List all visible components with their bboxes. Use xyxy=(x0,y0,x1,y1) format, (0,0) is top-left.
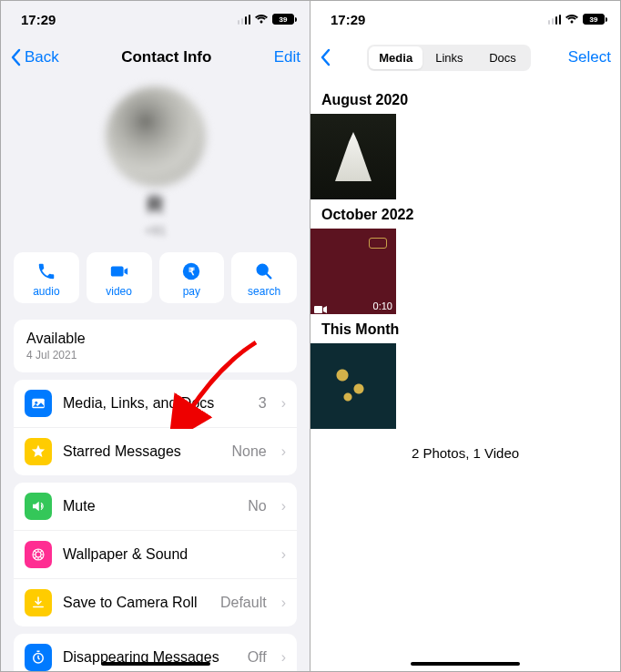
nav-bar: Back Contact Info Edit xyxy=(1,37,310,77)
media-thumbnail[interactable] xyxy=(310,114,396,199)
contact-phone: +91 xyxy=(145,223,167,238)
home-indicator xyxy=(101,662,210,666)
svg-point-6 xyxy=(36,552,41,557)
wallpaper-row[interactable]: Wallpaper & Sound › xyxy=(14,530,297,578)
audio-label: audio xyxy=(33,285,59,298)
edit-label: Edit xyxy=(274,48,300,66)
chevron-right-icon: › xyxy=(281,498,286,514)
search-button[interactable]: search xyxy=(231,252,297,303)
video-call-button[interactable]: video xyxy=(87,252,152,303)
status-indicators: 39 xyxy=(238,14,298,25)
tab-links[interactable]: Links xyxy=(422,46,476,69)
contact-name: R xyxy=(148,192,163,218)
status-text: Available xyxy=(26,331,284,347)
wallpaper-icon xyxy=(25,541,52,568)
pay-button[interactable]: ₹ pay xyxy=(159,252,225,303)
nav-bar: Media Links Docs Select xyxy=(310,37,620,77)
star-icon xyxy=(25,438,52,465)
tab-docs[interactable]: Docs xyxy=(476,46,530,69)
search-label: search xyxy=(248,285,280,298)
status-bar: 17:29 39 xyxy=(310,1,620,37)
save-value: Default xyxy=(220,595,267,611)
segmented-control: Media Links Docs xyxy=(367,45,531,71)
chevron-left-icon xyxy=(10,48,21,66)
save-to-camera-roll-row[interactable]: Save to Camera Roll Default › xyxy=(14,578,297,626)
media-thumbnail[interactable] xyxy=(310,343,396,429)
status-date: 4 Jul 2021 xyxy=(26,349,284,361)
media-thumbnail-video[interactable]: 0:10 xyxy=(310,229,396,314)
svg-rect-9 xyxy=(314,306,322,313)
avatar[interactable] xyxy=(106,87,206,187)
svg-point-4 xyxy=(35,402,37,404)
tab-media[interactable]: Media xyxy=(369,46,422,69)
chevron-right-icon: › xyxy=(281,395,286,412)
photos-icon xyxy=(25,390,52,417)
video-indicator-icon xyxy=(314,301,327,311)
phone-icon xyxy=(35,260,58,283)
wifi-icon xyxy=(565,14,579,25)
video-icon xyxy=(107,260,131,283)
back-button[interactable]: Back xyxy=(10,48,59,66)
pay-label: pay xyxy=(183,285,200,298)
status-indicators: 39 xyxy=(548,14,608,25)
chevron-right-icon: › xyxy=(281,546,286,563)
page-title: Contact Info xyxy=(121,48,211,66)
section-title: October 2022 xyxy=(310,199,620,229)
timer-icon xyxy=(25,644,52,671)
audio-call-button[interactable]: audio xyxy=(14,252,79,303)
back-label: Back xyxy=(25,48,59,66)
chevron-right-icon: › xyxy=(281,443,286,460)
download-icon xyxy=(25,589,52,616)
chevron-left-icon xyxy=(320,48,331,66)
starred-label: Starred Messages xyxy=(63,443,220,460)
media-label: Media, Links, and Docs xyxy=(63,395,248,412)
select-button[interactable]: Select xyxy=(568,48,611,66)
back-button[interactable] xyxy=(320,48,331,66)
status-time: 17:29 xyxy=(331,12,365,27)
chevron-right-icon: › xyxy=(281,649,286,666)
section-title: August 2020 xyxy=(310,85,620,114)
wifi-icon xyxy=(254,14,269,25)
video-label: video xyxy=(106,285,132,298)
search-icon xyxy=(252,260,276,283)
wallpaper-label: Wallpaper & Sound xyxy=(63,546,270,563)
battery-icon: 39 xyxy=(272,14,297,25)
battery-icon: 39 xyxy=(583,14,607,25)
starred-value: None xyxy=(231,443,266,460)
media-links-docs-row[interactable]: Media, Links, and Docs 3 › xyxy=(14,380,297,427)
status-time: 17:29 xyxy=(21,12,56,27)
speaker-icon xyxy=(25,493,52,520)
media-summary: 2 Photos, 1 Video xyxy=(310,429,620,477)
signal-icon xyxy=(238,15,251,25)
status-bar: 17:29 39 xyxy=(1,1,310,37)
mute-value: No xyxy=(248,498,266,514)
section-title: This Month xyxy=(310,314,620,343)
rupee-icon: ₹ xyxy=(179,260,203,283)
disappearing-value: Off xyxy=(248,649,267,666)
select-label: Select xyxy=(568,48,611,66)
media-count: 3 xyxy=(259,395,267,412)
starred-messages-row[interactable]: Starred Messages None › xyxy=(14,427,297,475)
video-duration: 0:10 xyxy=(373,300,392,311)
status-row[interactable]: Available 4 Jul 2021 xyxy=(14,320,297,372)
signal-icon xyxy=(548,15,562,25)
home-indicator xyxy=(411,662,520,666)
edit-button[interactable]: Edit xyxy=(274,48,300,66)
mute-row[interactable]: Mute No › xyxy=(14,483,297,530)
save-label: Save to Camera Roll xyxy=(63,595,209,611)
svg-text:₹: ₹ xyxy=(188,266,195,277)
mute-label: Mute xyxy=(63,498,237,514)
chevron-right-icon: › xyxy=(281,595,286,611)
